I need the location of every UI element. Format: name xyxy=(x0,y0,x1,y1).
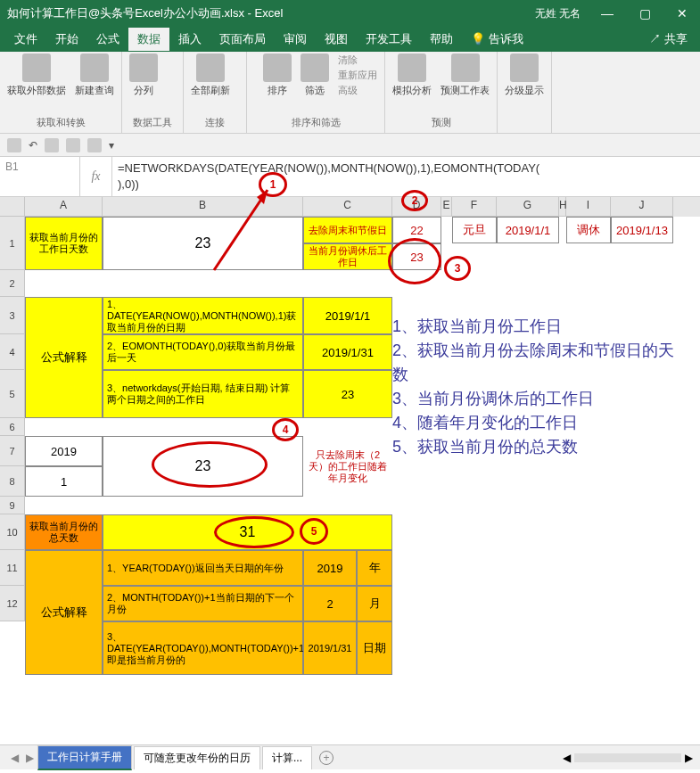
cell-B3c[interactable]: 3、networkdays(开始日期, 结束日期) 计算两个日期之间的工作日 xyxy=(103,370,303,418)
row-header-5[interactable]: 5 xyxy=(0,370,25,418)
cell-B3b[interactable]: 2、EOMONTH(TODAY(),0)获取当前月份最后一天 xyxy=(103,334,303,370)
cell-C2[interactable]: 当前月份调休后工作日 xyxy=(303,243,392,270)
tab-data[interactable]: 数据 xyxy=(128,28,169,51)
new-sheet-button[interactable]: + xyxy=(319,751,334,765)
row-header-8[interactable]: 8 xyxy=(0,466,25,497)
scroll-left-icon[interactable]: ◀ xyxy=(563,752,571,764)
fx-icon[interactable]: fx xyxy=(91,169,100,184)
new-query-button[interactable]: 新建查询 xyxy=(75,53,114,97)
cell-C10a[interactable]: 2019 xyxy=(303,550,357,586)
cell-A7[interactable]: 1 xyxy=(25,466,103,497)
col-header-G[interactable]: G xyxy=(497,197,559,217)
tab-devtools[interactable]: 开发工具 xyxy=(357,28,421,51)
reapply-filter-button[interactable]: 重新应用 xyxy=(338,69,377,82)
cell-D10c[interactable]: 日期 xyxy=(357,621,392,675)
cell-B10a[interactable]: 1、YEAR(TODAY())返回当天日期的年份 xyxy=(103,550,303,586)
tab-pagelayout[interactable]: 页面布局 xyxy=(210,28,275,51)
qat-undo-icon[interactable]: ↶ xyxy=(29,139,37,152)
cell-I1[interactable]: 调休 xyxy=(566,217,611,243)
share-button[interactable]: ↗ 共享 xyxy=(642,28,695,51)
get-external-data-button[interactable]: 获取外部数据 xyxy=(7,53,66,97)
cell-D10a[interactable]: 年 xyxy=(357,550,392,586)
tab-tellme[interactable]: 💡 告诉我 xyxy=(462,28,532,51)
cell-A1[interactable]: 获取当前月份的工作日天数 xyxy=(25,217,103,270)
forecast-sheet-button[interactable]: 预测工作表 xyxy=(441,53,490,97)
qat-save-icon[interactable] xyxy=(7,138,21,152)
text-to-columns-button[interactable]: 分列 xyxy=(129,53,158,97)
cell-A3[interactable]: 公式解释 xyxy=(25,297,103,418)
cell-C10c[interactable]: 2019/1/31 xyxy=(303,621,357,675)
sheet-tab-3[interactable]: 计算... xyxy=(262,746,312,769)
close-button[interactable]: ✕ xyxy=(671,6,693,21)
minimize-button[interactable]: — xyxy=(597,6,618,21)
sheet-nav-prev[interactable]: ◀ xyxy=(7,752,22,764)
sheet-tab-1[interactable]: 工作日计算手册 xyxy=(37,745,132,770)
cell-B10c[interactable]: 3、DATE(YEAR(TODAY()),MONTH(TODAY())+1,0)… xyxy=(103,621,303,675)
scroll-right-icon[interactable]: ▶ xyxy=(685,752,693,764)
row-header-7[interactable]: 7 xyxy=(0,436,25,466)
sort-button[interactable]: 排序 xyxy=(263,53,292,97)
tab-help[interactable]: 帮助 xyxy=(421,28,462,51)
tab-review[interactable]: 审阅 xyxy=(275,28,316,51)
restore-button[interactable]: ▢ xyxy=(634,6,655,21)
row-header-9[interactable]: 9 xyxy=(0,497,25,514)
cell-C1[interactable]: 去除周末和节假日 xyxy=(303,217,392,243)
tab-insert[interactable]: 插入 xyxy=(169,28,210,51)
col-header-I[interactable]: I xyxy=(566,197,611,217)
annotation-4: 4、随着年月变化的工作日 xyxy=(392,411,687,435)
qat-chart-icon[interactable] xyxy=(87,138,102,152)
outline-button[interactable]: 分级显示 xyxy=(505,53,544,97)
sheet-tab-2[interactable]: 可随意更改年份的日历 xyxy=(134,746,260,769)
row-header-3[interactable]: 3 xyxy=(0,297,25,334)
cell-F1[interactable]: 元旦 xyxy=(452,217,497,243)
col-header-H[interactable]: H xyxy=(559,197,566,217)
col-header-E[interactable]: E xyxy=(441,197,452,217)
col-header-C[interactable]: C xyxy=(303,197,392,217)
col-header-B[interactable]: B xyxy=(103,197,303,217)
sheet-nav-next[interactable]: ▶ xyxy=(22,752,37,764)
cell-C3a[interactable]: 2019/1/1 xyxy=(303,297,392,334)
cell-G1[interactable]: 2019/1/1 xyxy=(497,217,559,243)
qat-print-icon[interactable] xyxy=(66,138,80,152)
whatif-button[interactable]: 模拟分析 xyxy=(392,53,432,97)
cell-B3a[interactable]: 1、DATE(YEAR(NOW()),MONTH(NOW()),1)获取当前月份… xyxy=(103,297,303,334)
cell-D10b[interactable]: 月 xyxy=(357,586,392,621)
select-all-corner[interactable] xyxy=(0,197,25,217)
cell-C6[interactable]: 只去除周末（2天）的工作日随着年月变化 xyxy=(303,436,392,497)
cell-C3c[interactable]: 23 xyxy=(303,370,392,418)
row-header-10[interactable]: 10 xyxy=(0,514,25,550)
tab-home[interactable]: 开始 xyxy=(46,28,87,51)
cell-A6[interactable]: 2019 xyxy=(25,436,103,466)
name-box[interactable]: B1 xyxy=(0,157,80,196)
cell-A8[interactable]: 获取当前月份的总天数 xyxy=(25,514,103,550)
row-header-1[interactable]: 1 xyxy=(0,217,25,270)
advanced-filter-button[interactable]: 高级 xyxy=(338,84,358,97)
cell-J1[interactable]: 2019/1/13 xyxy=(611,217,673,243)
filter-button[interactable]: 筛选 xyxy=(301,53,329,97)
row-header-12[interactable]: 12 xyxy=(0,586,25,621)
tab-view[interactable]: 视图 xyxy=(316,28,357,51)
cell-A10[interactable]: 公式解释 xyxy=(25,550,103,675)
qat-sortasc-icon[interactable] xyxy=(45,138,59,152)
row-header-6[interactable]: 6 xyxy=(0,418,25,436)
row-header-11[interactable]: 11 xyxy=(0,550,25,586)
col-header-A[interactable]: A xyxy=(25,197,103,217)
clear-filter-button[interactable]: 清除 xyxy=(338,53,358,67)
refresh-all-button[interactable]: 全部刷新 xyxy=(191,53,230,97)
tab-formulas[interactable]: 公式 xyxy=(87,28,128,51)
group-label-connections: 连接 xyxy=(205,116,225,131)
tab-file[interactable]: 文件 xyxy=(5,28,46,51)
cell-C10b[interactable]: 2 xyxy=(303,586,357,621)
formula-bar-input[interactable]: =NETWORKDAYS(DATE(YEAR(NOW()),MONTH(NOW(… xyxy=(112,157,700,196)
col-header-J[interactable]: J xyxy=(611,197,673,217)
cell-C3b[interactable]: 2019/1/31 xyxy=(303,334,392,370)
red-oval-D xyxy=(388,238,441,284)
col-header-F[interactable]: F xyxy=(452,197,497,217)
row-header-2[interactable]: 2 xyxy=(0,270,25,297)
horizontal-scrollbar[interactable] xyxy=(574,753,681,762)
qat-dropdown-icon[interactable]: ▾ xyxy=(109,139,114,152)
annotation-3: 3、当前月份调休后的工作日 xyxy=(392,387,687,411)
row-header-4[interactable]: 4 xyxy=(0,334,25,370)
cell-B10b[interactable]: 2、MONTH(TODAY())+1当前日期的下一个月份 xyxy=(103,586,303,621)
cell-B1[interactable]: 23 xyxy=(103,217,303,270)
